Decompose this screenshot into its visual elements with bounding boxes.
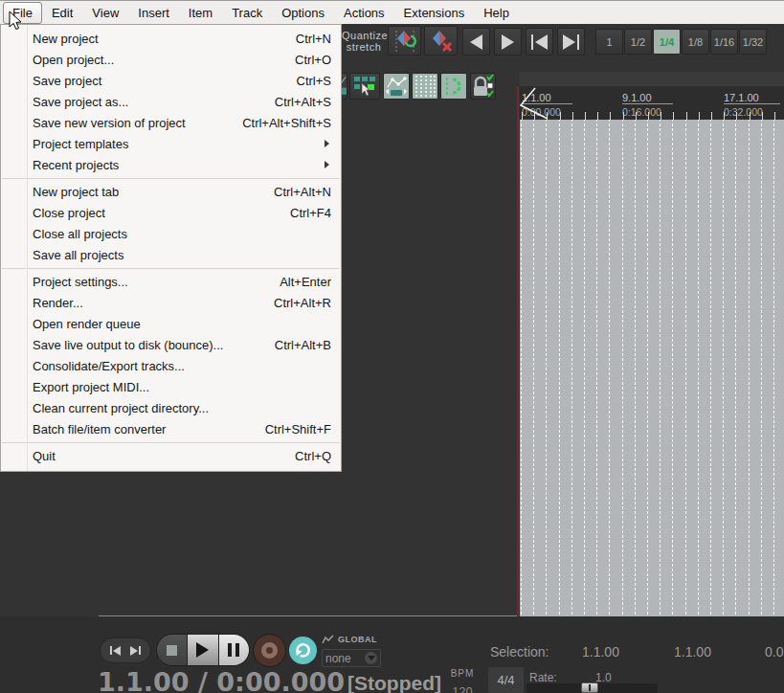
ruler-ticks xyxy=(520,112,784,120)
menu-item-clean-project-directory[interactable]: Clean current project directory... xyxy=(1,397,341,418)
remove-marker-icon xyxy=(428,29,455,54)
grid-lines-icon xyxy=(414,75,437,98)
rate-slider[interactable] xyxy=(526,683,658,693)
menu-extensions[interactable]: Extensions xyxy=(394,2,475,24)
selection-label: Selection: xyxy=(490,644,549,659)
ruler-marker-lane[interactable] xyxy=(520,72,784,86)
menu-item-close-project[interactable]: Close projectCtrl+F4 xyxy=(1,202,341,223)
go-to-project-end-button[interactable] xyxy=(130,646,141,656)
menu-edit[interactable]: Edit xyxy=(42,2,82,24)
automation-mode-value: none xyxy=(325,652,351,665)
selection-length[interactable]: 0.0 xyxy=(765,644,783,659)
menu-item-save-project-as[interactable]: Save project as...Ctrl+Alt+S xyxy=(1,91,341,112)
bpm-value[interactable]: 120 xyxy=(438,684,486,693)
mouse-cursor xyxy=(9,11,23,32)
remove-stretch-markers-button[interactable] xyxy=(424,26,458,56)
skip-start-icon xyxy=(535,34,548,50)
menu-item-save-new-version[interactable]: Save new version of projectCtrl+Alt+Shif… xyxy=(1,112,341,133)
grid-division-1-2-button[interactable]: 1/2 xyxy=(624,29,652,55)
automation-mode-dropdown[interactable]: none xyxy=(322,649,381,667)
menu-item-consolidate-export[interactable]: Consolidate/Export tracks... xyxy=(1,355,341,376)
menu-item-save-project[interactable]: Save projectCtrl+S xyxy=(1,70,341,91)
submenu-arrow-icon xyxy=(325,140,329,147)
locking-settings-button[interactable] xyxy=(470,73,496,100)
repeat-icon xyxy=(294,641,312,659)
record-button[interactable] xyxy=(253,634,286,667)
menu-item-open-render-queue[interactable]: Open render queue xyxy=(1,313,341,334)
menu-item-project-settings[interactable]: Project settings...Alt+Enter xyxy=(1,271,341,292)
ripple-icon xyxy=(442,75,465,98)
pause-icon xyxy=(228,643,239,657)
menu-insert[interactable]: Insert xyxy=(128,2,179,24)
menu-item-export-midi[interactable]: Export project MIDI... xyxy=(1,376,341,397)
chevron-down-icon xyxy=(365,652,377,664)
selection-start[interactable]: 1.1.00 xyxy=(582,644,619,659)
go-to-project-start-button[interactable] xyxy=(110,646,121,656)
stop-button[interactable] xyxy=(157,635,187,665)
nav-forward-button[interactable] xyxy=(494,28,522,56)
next-icon xyxy=(130,646,138,656)
grid-division-1-32-button[interactable]: 1/32 xyxy=(739,29,767,55)
timeline-ruler[interactable]: 1.1.00 0:00.000 9.1.00 0:16.000 17.1.00 … xyxy=(520,86,784,120)
menu-actions[interactable]: Actions xyxy=(334,2,394,24)
transport-nav-group xyxy=(100,637,151,663)
grid-division-1-8-button[interactable]: 1/8 xyxy=(682,29,709,55)
menu-view[interactable]: View xyxy=(82,2,128,24)
arrow-right-icon xyxy=(502,34,514,50)
menu-item-project-templates[interactable]: Project templates xyxy=(1,133,341,154)
file-menu-dropdown: New projectCtrl+N Open project...Ctrl+O … xyxy=(0,24,342,472)
quantize-stretch-label: Quantize stretch xyxy=(342,30,386,53)
menu-item-save-live-output[interactable]: Save live output to disk (bounce)...Ctrl… xyxy=(1,334,341,355)
prev-icon xyxy=(113,646,121,656)
transport-position-readout[interactable]: 1.1.00 / 0:00.000 xyxy=(98,667,345,693)
play-button[interactable] xyxy=(187,635,217,665)
menu-item-batch-converter[interactable]: Batch file/item converterCtrl+Shift+F xyxy=(1,418,341,439)
rate-slider-thumb[interactable] xyxy=(581,682,598,693)
quantize-stretch-markers-button[interactable] xyxy=(388,26,421,56)
menu-item-new-project[interactable]: New projectCtrl+N xyxy=(1,28,341,49)
item-grouping-button[interactable] xyxy=(349,73,380,100)
transport-divider xyxy=(99,615,517,616)
repeat-button[interactable] xyxy=(289,637,317,664)
menu-item-save-all-projects[interactable]: Save all projects xyxy=(1,244,341,265)
grid-division-1-button[interactable]: 1 xyxy=(595,29,623,55)
stop-icon xyxy=(167,645,177,656)
item-grouping-icon xyxy=(352,75,377,98)
play-icon xyxy=(196,642,209,658)
arrange-view[interactable] xyxy=(520,120,784,616)
submenu-arrow-icon xyxy=(325,161,329,168)
quantize-marker-icon xyxy=(392,29,418,54)
bpm-label: BPM xyxy=(438,668,486,679)
go-to-end-button[interactable] xyxy=(557,28,585,56)
skip-end-icon xyxy=(563,34,575,50)
menu-help[interactable]: Help xyxy=(474,2,519,24)
selection-end[interactable]: 1.1.00 xyxy=(674,644,711,659)
menu-item-render[interactable]: Render...Ctrl+Alt+R xyxy=(1,292,341,313)
menu-options[interactable]: Options xyxy=(272,2,334,24)
record-icon xyxy=(261,642,278,659)
menu-item-open-project[interactable]: Open project...Ctrl+O xyxy=(1,49,341,70)
nav-back-button[interactable] xyxy=(462,28,490,56)
automation-icon xyxy=(322,635,334,644)
pause-button[interactable] xyxy=(218,635,249,665)
time-signature-button[interactable]: 4/4 xyxy=(488,667,524,693)
playback-controls xyxy=(156,634,250,666)
rate-label: Rate: xyxy=(529,671,557,684)
grid-division-1-16-button[interactable]: 1/16 xyxy=(710,29,738,55)
ripple-edit-button[interactable] xyxy=(440,73,467,100)
menu-item-new-project-tab[interactable]: New project tabCtrl+Alt+N xyxy=(1,181,341,202)
edit-cursor-marker-icon[interactable] xyxy=(520,87,550,120)
menu-track[interactable]: Track xyxy=(222,2,272,24)
envelope-points-button[interactable] xyxy=(383,73,410,100)
menu-item-quit[interactable]: QuitCtrl+Q xyxy=(1,445,341,466)
menu-item-recent-projects[interactable]: Recent projects xyxy=(1,154,341,175)
go-to-start-button[interactable] xyxy=(526,28,553,56)
snap-to-grid-button[interactable] xyxy=(412,73,438,100)
edit-cursor-line xyxy=(517,86,519,616)
grid-division-1-4-button[interactable]: 1/4 xyxy=(653,29,681,55)
reaper-window: { "menubar": { "items": ["File", "Edit",… xyxy=(0,0,784,693)
automation-scope-label: GLOBAL xyxy=(338,635,377,644)
menu-item[interactable]: Item xyxy=(179,2,222,24)
menubar: File Edit View Insert Item Track Options… xyxy=(0,0,784,24)
menu-item-close-all-projects[interactable]: Close all projects xyxy=(1,223,341,244)
